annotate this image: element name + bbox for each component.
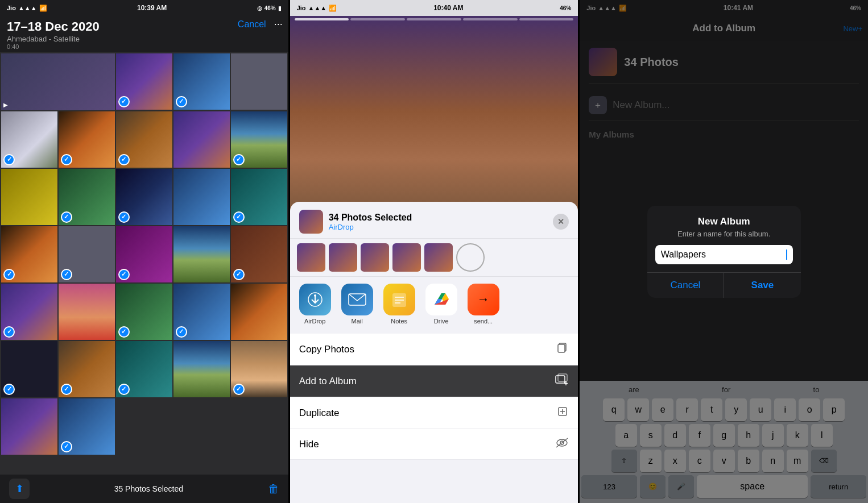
airdrop-icon [299, 284, 331, 315]
dialog-input-field[interactable]: Wallpapers [655, 245, 793, 264]
dialog-subtitle: Enter a name for this album. [647, 230, 801, 245]
time-p2: 10:40 AM [433, 4, 463, 12]
app-item-airdrop[interactable]: AirDrop [299, 284, 331, 325]
photo-cell-13[interactable] [1, 226, 57, 282]
share-sheet-header: 34 Photos Selected AirDrop ✕ [290, 202, 578, 239]
photo-cell-19[interactable] [59, 284, 115, 340]
status-bar-panel2: Jio ▲▲▲ 📶 10:40 AM 46% [290, 0, 578, 16]
strip-img-4[interactable] [392, 243, 421, 272]
svg-rect-10 [558, 374, 567, 381]
svg-point-1 [314, 294, 316, 297]
photo-cell-0[interactable] [116, 53, 172, 110]
new-album-dialog: New Album Enter a name for this album. W… [647, 206, 801, 298]
action-separator-1 [290, 329, 578, 334]
strip-img-5[interactable] [424, 243, 453, 272]
duplicate-label: Duplicate [299, 408, 340, 419]
signal-icon-p1: ▲▲▲ [18, 5, 37, 11]
panel1-footer: ⬆ 35 Photos Selected 🗑 [0, 475, 288, 503]
app-item-send[interactable]: → send... [468, 284, 499, 325]
panel-photo-grid: Jio ▲▲▲ 📶 10:39 AM ◎ 46% ▮ Cancel ··· 17… [0, 0, 288, 503]
photo-cell-10[interactable] [116, 169, 172, 225]
photo-cell-23[interactable] [1, 341, 57, 397]
time-p1: 10:39 AM [137, 4, 167, 12]
strip-img-1[interactable] [297, 243, 325, 272]
strip-img-2[interactable] [329, 243, 357, 272]
app-item-drive[interactable]: Drive [425, 284, 457, 325]
location-icon-p1: ◎ [257, 5, 262, 11]
notes-icon [383, 284, 415, 315]
photo-grid-container: ▶ [0, 52, 288, 456]
selected-count-p1: 35 Photos Selected [114, 484, 183, 493]
copy-photos-label: Copy Photos [299, 344, 354, 355]
photo-cell-3[interactable] [1, 111, 57, 168]
panel-share-sheet: Jio ▲▲▲ 📶 10:40 AM 46% ✓ ✓ 34 P [290, 0, 578, 503]
photo-cell-5[interactable] [116, 111, 172, 168]
svg-rect-9 [556, 376, 565, 383]
battery-icon-p1: ▮ [278, 5, 282, 11]
dialog-title: New Album [647, 206, 801, 230]
photo-cell-22[interactable] [231, 284, 287, 340]
copy-photos-row[interactable]: Copy Photos [290, 334, 578, 365]
dialog-cancel-button[interactable]: Cancel [647, 273, 724, 298]
photo-cell-20[interactable] [116, 284, 172, 340]
share-button-p1[interactable]: ⬆ [9, 479, 30, 499]
add-to-album-label: Add to Album [299, 376, 357, 387]
carrier-p2: Jio [297, 5, 306, 11]
photo-cell-29[interactable] [59, 398, 115, 455]
more-button-p1[interactable]: ··· [274, 18, 283, 30]
photo-cell-6[interactable] [173, 111, 230, 168]
grid-location: Ahmedabad - Satellite [7, 35, 282, 43]
photo-cell-1[interactable] [173, 53, 230, 110]
dialog-actions: Cancel Save [647, 272, 801, 298]
photo-cell-27[interactable] [231, 341, 287, 397]
share-sheet: 34 Photos Selected AirDrop ✕ [290, 202, 578, 503]
photo-cell-25[interactable] [116, 341, 172, 397]
photo-cell-16[interactable] [173, 226, 230, 282]
trash-button-p1[interactable]: 🗑 [268, 483, 279, 496]
share-title-area: 34 Photos Selected AirDrop [323, 213, 553, 231]
share-close-button[interactable]: ✕ [553, 214, 569, 230]
hide-label: Hide [299, 439, 319, 450]
wifi-icon-p1: 📶 [39, 5, 47, 12]
svg-rect-8 [558, 344, 565, 352]
app-item-mail[interactable]: Mail [341, 284, 373, 325]
photo-cell-9[interactable] [59, 169, 115, 225]
send-icon-app: → [468, 284, 499, 315]
dialog-input-text: Wallpapers [661, 250, 786, 260]
photo-cell-18[interactable] [1, 284, 57, 340]
copy-photos-icon [556, 342, 569, 357]
photo-cell-video[interactable]: ▶ [1, 53, 115, 110]
app-item-notes[interactable]: Notes [383, 284, 415, 325]
photo-cell-12[interactable] [231, 169, 287, 225]
battery-p1: 46% [264, 5, 276, 11]
photo-cell-28[interactable] [1, 398, 57, 455]
dialog-save-button[interactable]: Save [724, 273, 801, 298]
duplicate-icon [556, 405, 569, 421]
cancel-button-p1[interactable]: Cancel [238, 19, 266, 30]
strip-img-3[interactable] [361, 243, 389, 272]
photo-cell-24[interactable] [59, 341, 115, 397]
panel-add-to-album: Jio ▲▲▲ 📶 10:41 AM 46% Add to Album New+… [580, 0, 868, 503]
photo-cell-7[interactable] [231, 111, 287, 168]
photo-cell-17[interactable] [231, 226, 287, 282]
strip-empty-circle [456, 243, 485, 272]
share-options-link[interactable]: AirDrop [329, 223, 553, 231]
photo-cell-2[interactable] [231, 53, 287, 110]
photo-cell-26[interactable] [173, 341, 230, 397]
hide-row[interactable]: Hide [290, 429, 578, 460]
dialog-cursor [786, 250, 787, 260]
photo-cell-4[interactable] [59, 111, 115, 168]
status-right-p1: ◎ 46% ▮ [257, 5, 282, 11]
duplicate-row[interactable]: Duplicate [290, 397, 578, 429]
photo-cell-21[interactable] [173, 284, 230, 340]
status-left-p1: Jio ▲▲▲ 📶 [7, 5, 47, 12]
share-preview-thumb [299, 210, 323, 234]
photo-cell-14[interactable] [59, 226, 115, 282]
grid-duration: 0:40 [7, 43, 282, 50]
add-to-album-row[interactable]: Add to Album [290, 365, 578, 397]
notes-label: Notes [391, 318, 407, 325]
photo-cell-8[interactable] [1, 169, 57, 225]
battery-p2: 46% [560, 5, 571, 11]
photo-cell-15[interactable] [116, 226, 172, 282]
photo-cell-11[interactable] [173, 169, 230, 225]
